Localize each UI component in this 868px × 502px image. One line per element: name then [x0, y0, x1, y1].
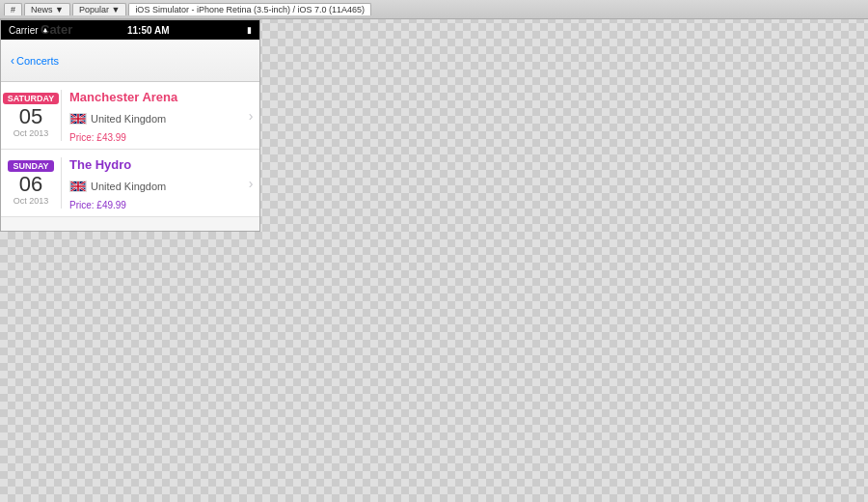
app-title: Cater — [41, 22, 72, 37]
back-button[interactable]: ‹ Concerts — [11, 54, 59, 68]
price-2: Price: £49.99 — [69, 200, 240, 210]
country-row-2: United Kingdom — [69, 181, 240, 192]
price-1: Price: £43.99 — [69, 132, 240, 143]
day-name-1: Saturday — [3, 93, 60, 104]
event-row-1[interactable]: Saturday 05 Oct 2013 Manchester Arena Un… — [1, 82, 259, 150]
status-time: 11:50 AM — [127, 25, 170, 36]
carrier-label: Carrier — [9, 25, 39, 36]
chevron-right-2: › — [246, 150, 259, 216]
simulator-window: Carrier ▲ 11:50 AM ▮ ‹ Concerts Saturday… — [0, 19, 260, 232]
app-navbar: ‹ Concerts — [1, 40, 259, 82]
browser-bar: # News ▼ Popular ▼ iOS Simulator - iPhon… — [0, 0, 868, 19]
event-info-2: The Hydro United Kingdom Price: £49.99 — [62, 150, 246, 216]
venue-2: The Hydro — [69, 157, 240, 172]
simulator-tab[interactable]: iOS Simulator - iPhone Retina (3.5-inch)… — [128, 3, 371, 15]
back-label: Concerts — [16, 55, 59, 67]
uk-flag-icon-1 — [69, 113, 87, 125]
event-row-2[interactable]: Sunday 06 Oct 2013 The Hydro United King… — [1, 150, 259, 217]
day-num-1: 05 — [19, 106, 42, 127]
browser-tab-other2[interactable]: News ▼ — [24, 3, 70, 15]
country-row-1: United Kingdom — [69, 113, 240, 125]
uk-flag-icon-2 — [69, 181, 87, 192]
browser-tab-other3[interactable]: Popular ▼ — [72, 3, 126, 15]
browser-tab-other1[interactable]: # — [4, 3, 22, 15]
month-year-2: Oct 2013 — [14, 196, 49, 206]
month-year-1: Oct 2013 — [14, 128, 49, 138]
date-badge-2: Sunday 06 Oct 2013 — [1, 150, 61, 216]
day-name-2: Sunday — [8, 160, 53, 172]
day-num-2: 06 — [19, 174, 42, 195]
battery-icon: ▮ — [247, 25, 252, 35]
event-info-1: Manchester Arena United Kingdom Price: £… — [62, 82, 246, 149]
country-name-2: United Kingdom — [91, 181, 166, 192]
chevron-right-1: › — [246, 82, 259, 149]
chevron-left-icon: ‹ — [11, 54, 14, 68]
venue-1: Manchester Arena — [69, 90, 240, 104]
date-badge-1: Saturday 05 Oct 2013 — [1, 82, 61, 149]
country-name-1: United Kingdom — [91, 113, 166, 125]
